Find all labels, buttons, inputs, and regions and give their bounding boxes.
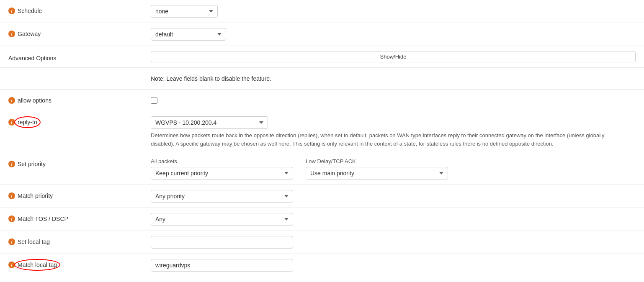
all-packets-select[interactable]: Keep current priority Set priority Match…	[151, 167, 293, 179]
match-tos-label-text: Match TOS / DSCP	[18, 215, 68, 222]
set-priority-label-text: Set priority	[18, 161, 46, 167]
reply-to-label: i reply-to	[8, 116, 151, 126]
set-local-tag-label: i Set local tag	[8, 236, 151, 245]
set-local-tag-row: i Set local tag	[0, 231, 644, 254]
match-priority-label: i Match priority	[8, 190, 151, 199]
match-priority-control: Any priority Low Normal High	[151, 190, 636, 203]
note-label-spacer	[8, 73, 151, 75]
set-priority-info-icon[interactable]: i	[8, 161, 15, 167]
match-local-tag-input[interactable]	[151, 259, 293, 272]
advanced-options-control: Show/Hide	[151, 51, 636, 62]
advanced-options-row: Advanced Options Show/Hide	[0, 46, 644, 68]
schedule-row: i Schedule none always	[0, 0, 644, 23]
note-control: Note: Leave fields blank to disable the …	[151, 73, 636, 82]
schedule-label: i Schedule	[8, 5, 151, 14]
allow-options-label: i allow options	[8, 95, 151, 104]
gateway-select[interactable]: default none	[151, 28, 226, 41]
match-priority-info-icon[interactable]: i	[8, 192, 15, 199]
match-local-tag-highlight: Match local tag	[18, 261, 57, 268]
reply-to-info-icon[interactable]: i	[8, 119, 15, 126]
match-local-tag-info-icon[interactable]: i	[8, 261, 15, 268]
allow-options-label-text: allow options	[18, 97, 52, 104]
reply-to-highlight: reply-to	[18, 119, 37, 126]
set-priority-row: i Set priority All packets Keep current …	[0, 153, 644, 185]
allow-options-control	[151, 95, 636, 104]
set-local-tag-control	[151, 236, 636, 249]
advanced-options-label-text: Advanced Options	[8, 55, 56, 62]
match-tos-label: i Match TOS / DSCP	[8, 213, 151, 222]
schedule-label-text: Schedule	[18, 8, 42, 14]
set-local-tag-input[interactable]	[151, 236, 293, 249]
reply-to-row: i reply-to WGVPS - 10.200.200.4 default …	[0, 111, 644, 153]
reply-to-select[interactable]: WGVPS - 10.200.200.4 default none	[151, 116, 268, 129]
set-local-tag-label-text: Set local tag	[18, 238, 50, 245]
schedule-select[interactable]: none always	[151, 5, 218, 18]
set-priority-control: All packets Keep current priority Set pr…	[151, 158, 636, 179]
match-priority-row: i Match priority Any priority Low Normal…	[0, 185, 644, 208]
match-local-tag-label: i Match local tag	[8, 259, 151, 268]
match-local-tag-control	[151, 259, 636, 272]
gateway-label: i Gateway	[8, 28, 151, 37]
show-hide-button[interactable]: Show/Hide	[151, 51, 636, 62]
match-tos-row: i Match TOS / DSCP Any Low Delay High Th…	[0, 208, 644, 231]
gateway-label-text: Gateway	[18, 31, 41, 37]
low-delay-col-label: Low Delay/TCP ACK	[306, 158, 448, 164]
match-tos-control: Any Low Delay High Throughput Reliabilit…	[151, 213, 636, 226]
gateway-control: default none	[151, 28, 636, 41]
form-container: i Schedule none always i Gateway default…	[0, 0, 644, 277]
low-delay-col: Low Delay/TCP ACK Use main priority Keep…	[306, 158, 448, 179]
reply-to-description: Determines how packets route back in the…	[151, 131, 611, 148]
match-tos-info-icon[interactable]: i	[8, 215, 15, 222]
gateway-row: i Gateway default none	[0, 23, 644, 46]
reply-to-label-text: reply-to	[18, 119, 37, 126]
note-row: Note: Leave fields blank to disable the …	[0, 68, 644, 90]
all-packets-col: All packets Keep current priority Set pr…	[151, 158, 293, 179]
set-local-tag-info-icon[interactable]: i	[8, 238, 15, 245]
match-priority-label-text: Match priority	[18, 192, 53, 199]
match-local-tag-row: i Match local tag	[0, 254, 644, 277]
low-delay-select[interactable]: Use main priority Keep current priority …	[306, 167, 448, 179]
allow-options-row: i allow options	[0, 90, 644, 111]
match-priority-select[interactable]: Any priority Low Normal High	[151, 190, 293, 203]
schedule-control: none always	[151, 5, 636, 18]
set-priority-label: i Set priority	[8, 158, 151, 167]
all-packets-col-label: All packets	[151, 158, 293, 164]
match-local-tag-label-text: Match local tag	[18, 261, 57, 268]
priority-row: All packets Keep current priority Set pr…	[151, 158, 636, 179]
reply-to-control: WGVPS - 10.200.200.4 default none Determ…	[151, 116, 636, 148]
allow-options-checkbox[interactable]	[151, 97, 157, 104]
note-text: Note: Leave fields blank to disable the …	[151, 73, 636, 82]
match-tos-select[interactable]: Any Low Delay High Throughput Reliabilit…	[151, 213, 293, 226]
schedule-info-icon[interactable]: i	[8, 8, 15, 14]
gateway-info-icon[interactable]: i	[8, 31, 15, 37]
allow-options-info-icon[interactable]: i	[8, 97, 15, 104]
advanced-options-label: Advanced Options	[8, 52, 151, 62]
